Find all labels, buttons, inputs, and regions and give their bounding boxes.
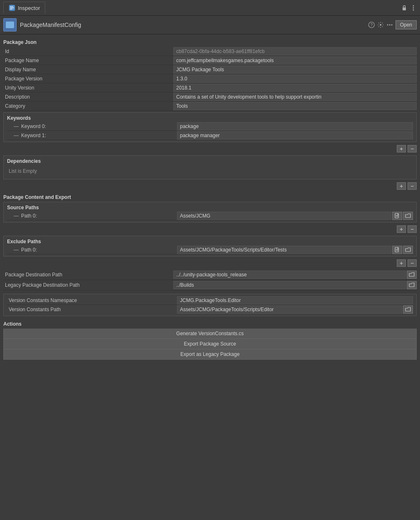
version-namespace-label: Version Constants Namespace <box>7 297 177 304</box>
exclude-paths-remove-button[interactable]: − <box>408 259 417 267</box>
field-row-description: Description Contains a set of Unity deve… <box>3 92 417 102</box>
keyword-row-1: — Keyword 1: package manager <box>7 131 413 140</box>
asset-icon <box>3 18 17 31</box>
folder-icon-3 <box>409 272 415 278</box>
dependencies-add-button[interactable]: + <box>397 182 406 190</box>
keyword-1-dash: — <box>14 133 19 138</box>
exclude-paths-pm-row: + − <box>3 258 417 268</box>
source-path-0-label: — Path 0: <box>7 212 177 220</box>
dest-legacy-label: Legacy Package Destination Path <box>3 281 173 289</box>
file-icon <box>394 213 400 219</box>
source-paths-add-button[interactable]: + <box>397 225 406 233</box>
title-bar-icons <box>401 5 417 11</box>
keywords-remove-button[interactable]: − <box>408 145 417 152</box>
inspector-settings-icon[interactable] <box>377 22 384 28</box>
source-path-0-folder-button[interactable] <box>403 212 413 220</box>
export-package-source-button[interactable]: Export Package Source <box>3 339 417 349</box>
description-label: Description <box>3 93 173 101</box>
source-path-0-file-button[interactable] <box>392 212 402 220</box>
keyword-0-dash: — <box>14 123 19 129</box>
dependencies-remove-button[interactable]: − <box>408 182 417 190</box>
svg-rect-3 <box>10 9 12 10</box>
export-legacy-package-button[interactable]: Export as Legacy Package <box>3 349 417 360</box>
version-path-folder-button[interactable] <box>403 305 413 314</box>
source-path-0-input[interactable] <box>177 212 391 220</box>
source-paths-remove-button[interactable]: − <box>408 225 417 233</box>
keyword-0-value[interactable]: package <box>177 122 413 131</box>
keywords-label: Keywords <box>7 114 413 122</box>
inspector-header-right: ? Open <box>368 20 417 29</box>
field-row-display-name: Display Name JCMG Package Tools <box>3 65 417 74</box>
exclude-path-0-folder-button[interactable] <box>403 246 413 254</box>
field-row-unity-version: Unity Version 2018.1 <box>3 83 417 92</box>
title-bar: Inspector <box>0 0 420 16</box>
keyword-row-0: — Keyword 0: package <box>7 122 413 131</box>
svg-rect-1 <box>10 6 13 7</box>
dest-package-folder-button[interactable] <box>407 271 417 279</box>
inspector-tab[interactable]: Inspector <box>3 2 45 14</box>
exclude-path-0-file-button[interactable] <box>392 246 402 254</box>
generate-version-constants-button[interactable]: Generate VersionConstants.cs <box>3 329 417 339</box>
exclude-path-0-label: — Path 0: <box>7 246 177 254</box>
package-version-label: Package Version <box>3 75 173 82</box>
package-name-value[interactable]: com.jeffcampbellmakesgames.packagetools <box>173 56 417 65</box>
actions-label: Actions <box>3 321 417 327</box>
svg-rect-4 <box>403 7 406 10</box>
exclude-paths-add-button[interactable]: + <box>397 259 406 267</box>
inspector-icon <box>9 5 15 11</box>
exclude-paths-section: Exclude Paths — Path 0: <box>3 236 417 256</box>
open-button[interactable]: Open <box>396 20 417 29</box>
keyword-0-label: — Keyword 0: <box>7 123 177 130</box>
unity-version-value[interactable]: 2018.1 <box>173 84 417 92</box>
keyword-0-text: Keyword 0: <box>21 123 46 129</box>
svg-point-10 <box>387 24 388 26</box>
field-row-category: Category Tools <box>3 102 417 111</box>
description-value[interactable]: Contains a set of Unity development tool… <box>173 93 417 101</box>
dependencies-label: Dependencies <box>7 157 413 165</box>
svg-point-6 <box>413 7 414 8</box>
category-value[interactable]: Tools <box>173 102 417 110</box>
field-row-package-name: Package Name com.jeffcampbellmakesgames.… <box>3 56 417 65</box>
version-path-row: Version Constants Path <box>7 305 413 314</box>
version-path-input[interactable] <box>177 305 402 314</box>
exclude-path-row-0: — Path 0: <box>7 245 413 254</box>
version-constants-box: Version Constants Namespace JCMG.Package… <box>3 294 417 316</box>
lock-icon[interactable] <box>401 5 408 11</box>
extra-options-icon[interactable] <box>386 22 393 28</box>
package-name-label: Package Name <box>3 57 173 64</box>
dest-package-input[interactable] <box>173 271 406 279</box>
inspector-header-left: PackageManifestConfig <box>3 18 81 31</box>
keywords-pm-row: + − <box>3 144 417 154</box>
help-icon[interactable]: ? <box>368 22 375 28</box>
svg-text:?: ? <box>370 23 373 27</box>
exclude-path-0-text: Path 0: <box>21 247 37 253</box>
svg-rect-2 <box>10 7 14 8</box>
inspector-header: PackageManifestConfig ? Open <box>0 16 420 34</box>
dest-legacy-input[interactable] <box>173 281 406 289</box>
exclude-path-0-dash: — <box>14 247 19 253</box>
unity-version-label: Unity Version <box>3 84 173 92</box>
id-value[interactable]: cb87cda2-0bfa-44dc-b583-ae61ff81efcb <box>173 47 417 56</box>
display-name-value[interactable]: JCMG Package Tools <box>173 65 417 74</box>
keyword-1-label: — Keyword 1: <box>7 132 177 139</box>
dest-row-legacy: Legacy Package Destination Path <box>3 280 417 290</box>
keywords-section: Keywords — Keyword 0: package — Keyword … <box>3 112 417 142</box>
dest-row-package: Package Destination Path <box>3 270 417 280</box>
version-namespace-value[interactable]: JCMG.PackageTools.Editor <box>177 296 413 305</box>
dest-legacy-folder-button[interactable] <box>407 281 417 289</box>
folder-icon <box>405 213 411 219</box>
dest-package-label: Package Destination Path <box>3 271 173 278</box>
inspector-tab-label: Inspector <box>18 5 40 11</box>
field-row-package-version: Package Version 1.3.0 <box>3 74 417 83</box>
version-path-label: Version Constants Path <box>7 306 177 313</box>
exclude-path-0-input[interactable] <box>177 246 391 254</box>
folder-icon-2 <box>405 247 411 253</box>
dependencies-pm-row: + − <box>3 181 417 191</box>
source-path-0-dash: — <box>14 213 19 219</box>
keywords-add-button[interactable]: + <box>397 145 406 152</box>
keyword-1-value[interactable]: package manager <box>177 131 413 140</box>
more-icon[interactable] <box>410 5 417 11</box>
folder-icon-5 <box>405 307 411 312</box>
svg-point-11 <box>389 24 390 26</box>
package-version-value[interactable]: 1.3.0 <box>173 75 417 83</box>
